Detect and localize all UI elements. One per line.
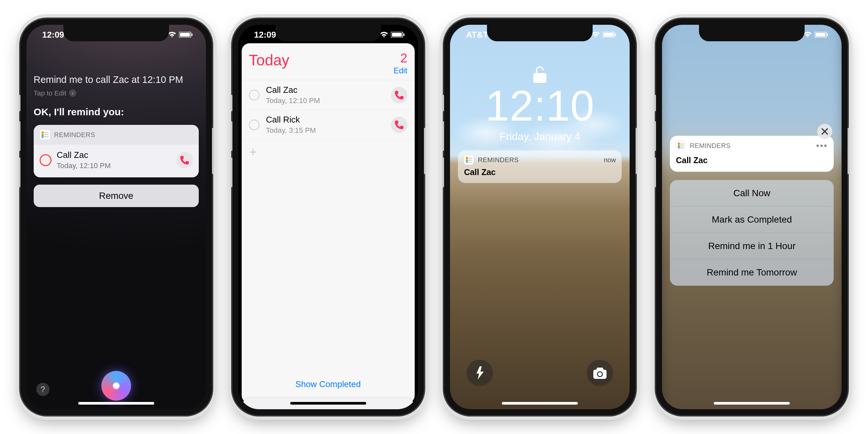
reminder-card[interactable]: REMINDERS Call Zac Today, 12:10 PM	[34, 125, 199, 177]
siri-reply: OK, I'll remind you:	[34, 106, 199, 118]
reminder-ring-icon[interactable]	[249, 120, 259, 130]
reminder-ring-icon[interactable]	[40, 154, 52, 166]
card-title: Call Zac	[57, 150, 171, 160]
reminders-app-icon	[40, 129, 50, 140]
notification-title: Call Zac	[464, 167, 616, 177]
reminder-subtitle: Today, 12:10 PM	[266, 96, 391, 105]
lock-time: 12:10	[450, 81, 630, 130]
home-indicator[interactable]	[714, 402, 790, 405]
notification-card[interactable]: REMINDERS ••• Call Zac	[670, 136, 834, 172]
wifi-icon	[168, 32, 176, 38]
notification-actions: Call NowMark as CompletedRemind me in 1 …	[670, 180, 834, 286]
battery-icon	[814, 32, 828, 38]
battery-icon	[602, 32, 616, 38]
home-indicator[interactable]	[502, 402, 578, 405]
status-time: 12:09	[42, 30, 64, 40]
notification-app-label: REMINDERS	[478, 156, 599, 164]
phone-siri: 12:09 Remind me to call Zac at 12:10 PM …	[21, 19, 212, 415]
chevron-right-icon: ›	[69, 90, 76, 97]
wifi-icon	[591, 32, 600, 38]
list-count: 2	[394, 51, 407, 65]
lock-date: Friday, January 4	[450, 130, 630, 143]
reminder-title: Call Zac	[266, 85, 391, 95]
wifi-icon	[803, 32, 812, 38]
edit-button[interactable]: Edit	[394, 66, 407, 75]
card-subtitle: Today, 12:10 PM	[57, 161, 171, 170]
notification-action[interactable]: Remind me Tomorrow	[670, 259, 834, 286]
notification-action[interactable]: Mark as Completed	[670, 207, 834, 233]
camera-button[interactable]	[587, 360, 613, 386]
battery-icon	[179, 32, 193, 38]
status-carrier: AT&T	[466, 30, 488, 40]
flashlight-button[interactable]	[467, 360, 493, 386]
reminder-row[interactable]: Call RickToday, 3:15 PM	[242, 110, 415, 140]
home-indicator[interactable]	[78, 402, 154, 405]
remove-button[interactable]: Remove	[34, 185, 199, 207]
reminders-list: Today 2 Edit Call ZacToday, 12:10 PMCall…	[242, 43, 415, 403]
phone-lock-screen: AT&T 12:10 Friday, January 4 REMINDERS n…	[444, 19, 636, 415]
tap-to-edit[interactable]: Tap to Edit ›	[34, 89, 199, 97]
reminder-subtitle: Today, 3:15 PM	[266, 126, 391, 135]
notification-title: Call Zac	[670, 156, 834, 172]
status-time: 12:09	[254, 30, 276, 40]
call-button[interactable]	[391, 87, 407, 103]
call-button[interactable]	[391, 117, 407, 133]
phone-notification-actions: REMINDERS ••• Call Zac Call NowMark as C…	[656, 19, 847, 415]
list-title: Today	[249, 51, 394, 69]
card-app-label: REMINDERS	[54, 131, 95, 139]
close-button[interactable]	[817, 124, 832, 139]
help-button[interactable]: ?	[36, 383, 50, 396]
call-button[interactable]	[176, 152, 193, 168]
add-reminder-button[interactable]: +	[242, 140, 415, 164]
wifi-icon	[380, 32, 388, 38]
notification-app-label: REMINDERS	[690, 142, 812, 150]
reminder-ring-icon[interactable]	[249, 90, 259, 100]
notification-action[interactable]: Remind me in 1 Hour	[670, 233, 834, 259]
home-indicator[interactable]	[290, 402, 366, 405]
reminders-app-icon	[676, 141, 686, 151]
reminder-title: Call Rick	[266, 115, 391, 125]
reminder-row[interactable]: Call ZacToday, 12:10 PM	[242, 80, 415, 110]
notification-card[interactable]: REMINDERS now Call Zac	[458, 150, 622, 183]
notification-time: now	[604, 156, 616, 164]
battery-icon	[391, 32, 405, 38]
siri-query: Remind me to call Zac at 12:10 PM	[34, 74, 199, 85]
reminders-app-icon	[464, 155, 474, 165]
phone-reminders-app: 12:09 Today 2 Edit Call ZacToday, 12:10 …	[232, 19, 424, 415]
notification-action[interactable]: Call Now	[670, 180, 834, 207]
show-completed-button[interactable]: Show Completed	[242, 379, 415, 390]
siri-orb-icon[interactable]	[101, 371, 131, 401]
more-icon[interactable]: •••	[816, 141, 828, 151]
